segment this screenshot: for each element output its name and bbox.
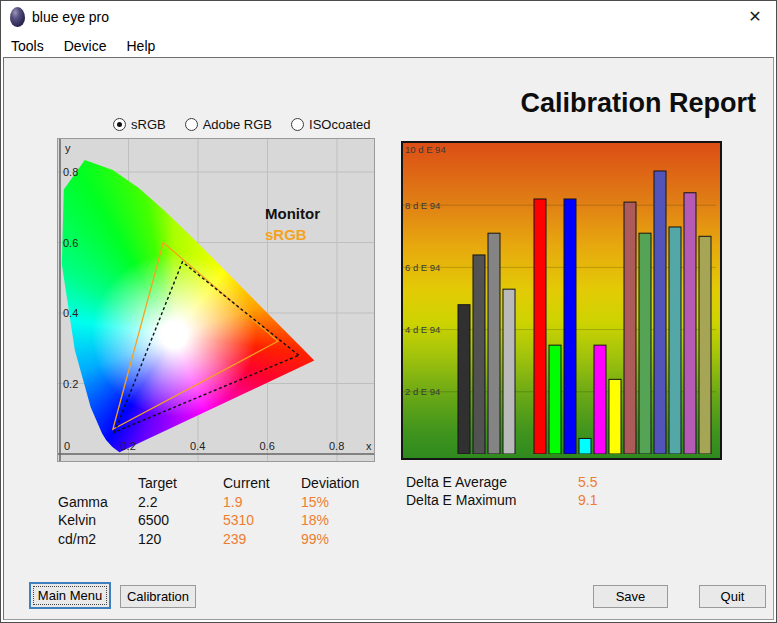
row-label: Gamma — [58, 493, 138, 512]
delta-e-value: 9.1 — [578, 492, 597, 510]
svg-text:10 d E 94: 10 d E 94 — [405, 144, 446, 155]
svg-text:0.4: 0.4 — [63, 307, 78, 319]
title-bar: blue eye pro ✕ — [1, 1, 776, 34]
svg-text:0.4: 0.4 — [190, 440, 205, 452]
radio-option-isocoated[interactable]: ISOcoated — [291, 117, 370, 132]
cie-gamut-triangles: y0.20.40.60.800.20.40.60.8xMonitorsRGB — [58, 139, 374, 461]
bar-cyan — [579, 438, 591, 454]
current-value: 1.9 — [223, 493, 301, 512]
bar-red — [534, 199, 546, 454]
calibration-button[interactable]: Calibration — [120, 585, 196, 608]
radio-option-srgb[interactable]: sRGB — [113, 117, 166, 132]
svg-text:4 d E 94: 4 d E 94 — [405, 324, 440, 335]
svg-text:y: y — [65, 142, 71, 154]
radio-selected-dot — [117, 122, 122, 127]
current-value: 239 — [223, 530, 301, 549]
window-title: blue eye pro — [32, 9, 109, 25]
delta-e-value: 5.5 — [578, 474, 597, 492]
main-menu-button[interactable]: Main Menu — [29, 582, 111, 609]
svg-text:8 d E 94: 8 d E 94 — [405, 200, 440, 211]
svg-text:0.8: 0.8 — [63, 166, 78, 178]
radio-option-adobe-rgb[interactable]: Adobe RGB — [185, 117, 272, 132]
bar-blue — [564, 199, 576, 454]
svg-text:6 d E 94: 6 d E 94 — [405, 262, 440, 273]
bar-gray-60 — [488, 233, 500, 454]
current-value: 5310 — [223, 511, 301, 530]
row-label: Kelvin — [58, 511, 138, 530]
svg-text:x: x — [366, 440, 372, 452]
bar-dark-gray — [458, 305, 470, 454]
bar-magenta — [594, 345, 606, 454]
close-icon[interactable]: ✕ — [745, 7, 765, 27]
svg-text:0.2: 0.2 — [63, 378, 78, 390]
table-header: Deviation — [301, 474, 381, 493]
radio-label: Adobe RGB — [203, 117, 272, 132]
svg-text:0: 0 — [64, 440, 70, 452]
menu-item-help[interactable]: Help — [126, 38, 155, 54]
menu-item-tools[interactable]: Tools — [11, 38, 44, 54]
save-button[interactable]: Save — [593, 585, 668, 608]
svg-text:0.2: 0.2 — [121, 440, 136, 452]
svg-text:Monitor: Monitor — [265, 205, 320, 222]
bar-purple — [684, 193, 696, 454]
radio-label: ISOcoated — [309, 117, 370, 132]
color-space-selector: sRGBAdobe RGBISOcoated — [113, 117, 370, 132]
radio-label: sRGB — [131, 117, 166, 132]
delta-e-label: Delta E Maximum — [406, 492, 578, 510]
table-corner-cell — [58, 474, 138, 493]
bar-green — [549, 345, 561, 454]
bar-teal — [669, 227, 681, 454]
delta-e-summary: Delta E Average5.5Delta E Maximum9.1 — [406, 474, 597, 509]
svg-text:sRGB: sRGB — [265, 226, 307, 243]
delta-e-bar-chart: 2 d E 944 d E 946 d E 948 d E 9410 d E 9… — [401, 141, 722, 460]
target-value: 6500 — [138, 511, 223, 530]
bar-olive — [699, 236, 711, 454]
menu-item-device[interactable]: Device — [64, 38, 107, 54]
target-value: 2.2 — [138, 493, 223, 512]
row-label: cd/m2 — [58, 530, 138, 549]
bar-dark-blue — [654, 171, 666, 454]
cie-chromaticity-diagram: y0.20.40.60.800.20.40.60.8xMonitorsRGB — [57, 138, 375, 462]
radio-icon — [113, 118, 126, 131]
svg-text:0.6: 0.6 — [63, 237, 78, 249]
radio-icon — [185, 118, 198, 131]
delta-e-label: Delta E Average — [406, 474, 578, 492]
bar-light-gray — [503, 289, 515, 454]
deviation-value: 15% — [301, 493, 381, 512]
app-window: blue eye pro ✕ ToolsDeviceHelp sRGBAdobe… — [0, 0, 777, 623]
svg-text:0.6: 0.6 — [260, 440, 275, 452]
bar-gray-40 — [473, 255, 485, 454]
deviation-value: 18% — [301, 511, 381, 530]
bar-yellow — [609, 379, 621, 454]
blue-eye-app-icon — [10, 7, 25, 27]
table-header: Target — [138, 474, 223, 493]
target-value: 120 — [138, 530, 223, 549]
calibration-results-table: TargetCurrentDeviationGamma2.21.915%Kelv… — [58, 474, 381, 548]
svg-text:2 d E 94: 2 d E 94 — [405, 386, 440, 397]
bar-dark-red — [624, 202, 636, 454]
svg-text:0.8: 0.8 — [329, 440, 344, 452]
bar-chart-canvas: 2 d E 944 d E 946 d E 948 d E 9410 d E 9… — [403, 143, 716, 454]
deviation-value: 99% — [301, 530, 381, 549]
menu-bar: ToolsDeviceHelp — [1, 34, 776, 57]
quit-button[interactable]: Quit — [699, 585, 766, 608]
radio-icon — [291, 118, 304, 131]
table-header: Current — [223, 474, 301, 493]
page-title: Calibration Report — [520, 88, 756, 119]
bar-mid-green — [639, 233, 651, 454]
